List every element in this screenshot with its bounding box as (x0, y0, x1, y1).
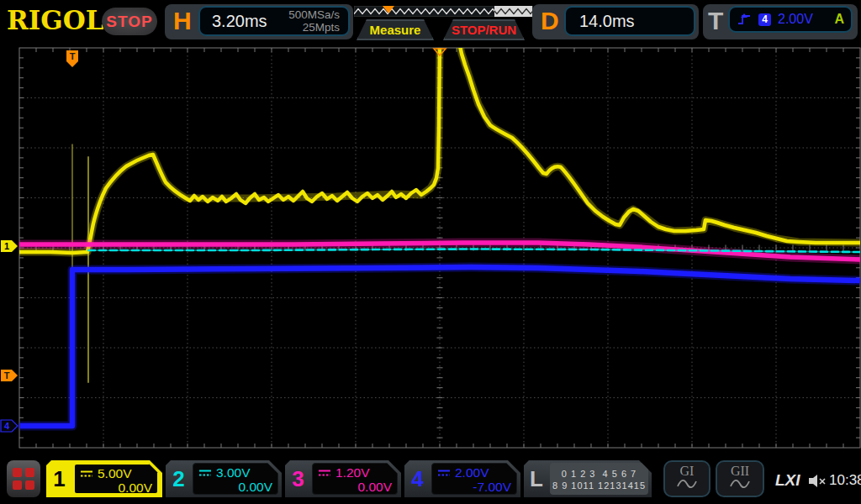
channel-2-offset: 0.00V (198, 480, 272, 494)
svg-text:1: 1 (4, 241, 9, 251)
ch1-zero-marker[interactable]: 1 (1, 240, 18, 252)
generator-1-button[interactable]: GI (663, 460, 710, 497)
dc-coupling-icon (198, 469, 212, 477)
channel-2-tab[interactable]: 2 3.00V 0.00V (166, 460, 282, 497)
channel-4-number: 4 (404, 460, 430, 497)
channel-4-scale: 2.00V (455, 465, 489, 480)
sine-wave-icon (676, 478, 698, 490)
channel-4-tab[interactable]: 4 2.00V -7.00V (404, 460, 520, 497)
trigger-level-marker[interactable]: T (1, 370, 18, 381)
menu-grid-icon (13, 468, 34, 490)
channel-3-number: 3 (285, 460, 311, 497)
channel-1-tab[interactable]: 1 5.00V 0.00V (46, 460, 162, 497)
waveform-display: 1 T 4 T (0, 0, 861, 504)
dc-coupling-icon (437, 469, 451, 477)
logic-label: L (524, 460, 549, 497)
generator-2-button[interactable]: GII (716, 460, 764, 497)
dc-coupling-icon (80, 470, 93, 478)
ch4-zero-marker[interactable]: 4 (1, 420, 18, 432)
channel-4-offset: -7.00V (437, 480, 511, 494)
svg-text:4: 4 (4, 421, 10, 431)
generator-1-label: GI (680, 465, 695, 478)
channel-2-number: 2 (166, 460, 192, 497)
speaker-muted-icon[interactable] (807, 474, 827, 488)
dc-coupling-icon (318, 469, 331, 477)
oscilloscope-screen: RIGOL STOP H 3.20ms 500MSa/s 25Mpts Meas… (0, 0, 861, 504)
svg-text:T: T (70, 51, 76, 61)
logic-analyzer-tab[interactable]: L 0 1 2 3 4 5 6 78 9 1011 12131415 (524, 460, 652, 497)
lxi-logo: LXI (775, 471, 800, 490)
generator-2-label: GII (731, 465, 749, 478)
clock: 10:38 (829, 472, 861, 489)
svg-text:T: T (4, 370, 10, 381)
channel-3-tab[interactable]: 3 1.20V 0.00V (285, 460, 401, 497)
channel-3-offset: 0.00V (318, 480, 392, 494)
channel-1-offset: 0.00V (80, 480, 152, 495)
channel-1-number: 1 (46, 460, 72, 497)
channel-1-scale: 5.00V (98, 466, 132, 480)
logic-channel-list: 0 1 2 3 4 5 6 78 9 1011 12131415 (550, 463, 648, 495)
sine-wave-icon (729, 478, 751, 490)
channel-3-scale: 1.20V (335, 465, 370, 480)
channel-2-scale: 3.00V (216, 465, 251, 480)
menu-button[interactable] (7, 460, 40, 497)
